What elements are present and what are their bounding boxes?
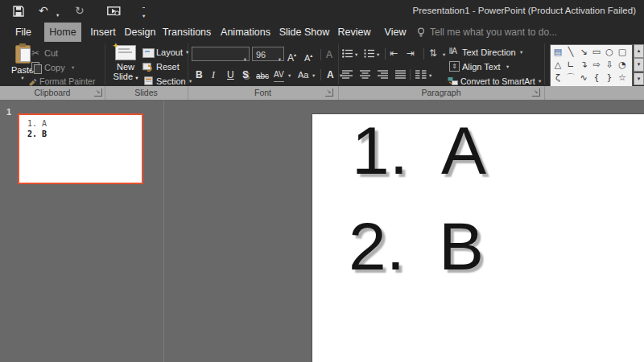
copy-button[interactable]: Copy (44, 61, 65, 74)
slide-list-item-1[interactable]: 1.A (352, 117, 486, 184)
shape-pie-icon[interactable]: ◔ (616, 59, 629, 72)
tab-file[interactable]: File (8, 23, 39, 42)
shape-right-arrow-icon[interactable]: ⇨ (590, 59, 603, 72)
italic-button[interactable]: I (212, 68, 215, 81)
columns-icon[interactable] (415, 70, 427, 79)
section-icon (144, 76, 153, 85)
shape-curve-icon[interactable]: ∿ (577, 72, 590, 84)
character-spacing-caret-icon[interactable]: ▾ (288, 73, 291, 79)
shapes-gallery: ▤ ╲ ↘ ▭ ○ ▢ △ ∟ ↴ ⇨ ⇩ ◔ ζ ⌒ ∿ { } ☆ (550, 44, 633, 87)
shape-text-box-icon[interactable]: ▤ (551, 46, 564, 59)
line-spacing-icon[interactable]: ⇅ (429, 47, 437, 59)
format-painter-icon[interactable] (28, 76, 38, 86)
tab-insert[interactable]: Insert (86, 23, 120, 42)
strip-divider (338, 86, 339, 100)
font-name-combobox[interactable]: ▾ (192, 47, 250, 61)
cut-icon[interactable]: ✂ (31, 47, 39, 59)
start-from-beginning-button[interactable] (107, 6, 121, 17)
shape-line-icon[interactable]: ╲ (564, 46, 577, 59)
shape-elbow-connector-icon[interactable]: ∟ (564, 59, 577, 72)
numbering-caret-icon[interactable]: ▾ (377, 52, 379, 58)
combo-caret-icon[interactable]: ▾ (244, 52, 246, 67)
numbering-icon[interactable] (364, 49, 375, 58)
shapes-more-button[interactable]: ▾ (634, 72, 644, 85)
text-shadow-button[interactable]: S (242, 68, 249, 81)
section-dropdown-caret-icon[interactable]: ▾ (189, 79, 192, 84)
font-size-combobox[interactable]: 96▾ (252, 47, 284, 61)
undo-button[interactable]: ↶ (39, 4, 48, 18)
paragraph-group-label: Paragraph (338, 88, 544, 97)
redo-button[interactable]: ↻ (75, 4, 85, 18)
shapes-scroll-up-button[interactable]: ▴ (634, 44, 644, 58)
shape-line-arrow-icon[interactable]: ↘ (577, 46, 590, 59)
shape-oval-icon[interactable]: ○ (603, 46, 616, 59)
tab-transitions[interactable]: Transitions (160, 23, 213, 42)
increase-indent-icon[interactable]: ⇥ (407, 47, 415, 59)
line-spacing-caret-icon[interactable]: ▾ (443, 52, 445, 58)
convert-smartart-caret-icon[interactable]: ▾ (539, 79, 541, 84)
shrink-font-button[interactable]: A▴ (304, 49, 312, 64)
justify-icon[interactable] (395, 70, 407, 79)
clear-formatting-button[interactable]: A (326, 48, 332, 61)
tab-view[interactable]: View (380, 23, 411, 42)
tab-review[interactable]: Review (335, 23, 374, 42)
tab-animations[interactable]: Animations (218, 23, 273, 42)
copy-icon[interactable] (31, 62, 39, 72)
shape-triangle-icon[interactable]: △ (551, 59, 564, 72)
font-dialog-launcher-icon[interactable]: ↘ (325, 88, 333, 97)
columns-caret-icon[interactable]: ▾ (429, 73, 431, 79)
shapes-scroll-down-button[interactable]: ▾ (634, 58, 644, 72)
undo-dropdown-caret-icon[interactable]: ▾ (56, 9, 59, 23)
paragraph-dialog-launcher-icon[interactable]: ↘ (532, 88, 540, 97)
align-left-icon[interactable] (342, 70, 353, 79)
align-right-icon[interactable] (378, 70, 389, 79)
align-text-caret-icon[interactable]: ▾ (506, 64, 509, 70)
shape-rectangle-icon[interactable]: ▭ (590, 46, 603, 59)
align-text-button[interactable]: Align Text (462, 60, 501, 73)
thumbnail-panel-divider[interactable] (163, 100, 164, 362)
ribbon-group-label-strip: Clipboard Slides Font Paragraph ↘ ↘ ↘ (0, 86, 644, 100)
shape-elbow-arrow-connector-icon[interactable]: ↴ (577, 59, 590, 72)
cut-button[interactable]: Cut (44, 47, 58, 60)
reset-icon (142, 63, 153, 72)
shape-star-icon[interactable]: ☆ (616, 72, 629, 84)
clipboard-dialog-launcher-icon[interactable]: ↘ (94, 88, 102, 97)
change-case-caret-icon[interactable]: ▾ (312, 73, 315, 79)
grow-font-button[interactable]: A▴ (287, 48, 296, 64)
tab-home[interactable]: Home (44, 23, 81, 42)
align-center-icon[interactable] (360, 70, 371, 79)
shape-down-arrow-icon[interactable]: ⇩ (603, 59, 616, 72)
change-case-button[interactable]: Aa (298, 68, 308, 81)
character-spacing-button[interactable]: AV (274, 68, 284, 82)
new-slide-button[interactable]: ✦ New Slide ▾ (108, 45, 143, 83)
layout-button[interactable]: Layout (156, 46, 183, 59)
customize-qat-caret-icon[interactable]: ▾ (142, 7, 145, 23)
reset-button[interactable]: Reset (156, 60, 180, 73)
group-divider (105, 43, 105, 84)
thumbnail-text-line-2: 2. B (27, 129, 142, 139)
shape-scribble-icon[interactable]: ζ (551, 72, 564, 84)
bullets-icon[interactable] (342, 49, 353, 58)
bold-button[interactable]: B (196, 68, 203, 81)
tell-me-box[interactable]: Tell me what you want to do... (430, 23, 557, 42)
decrease-indent-icon[interactable]: ⇤ (390, 47, 398, 59)
shape-arc-icon[interactable]: ⌒ (564, 72, 577, 84)
slide-thumbnail[interactable]: 1. A 2. B (18, 113, 143, 184)
combo-caret-icon[interactable]: ▾ (279, 52, 281, 67)
layout-dropdown-caret-icon[interactable]: ▾ (186, 50, 188, 56)
shape-rounded-rectangle-icon[interactable]: ▢ (616, 46, 629, 59)
slide-list-item-2[interactable]: 2.B (349, 212, 484, 280)
underline-button[interactable]: U (227, 68, 234, 81)
font-color-button[interactable]: A (327, 68, 334, 81)
shape-left-brace-icon[interactable]: { (590, 72, 603, 84)
strikethrough-button[interactable]: abc (256, 70, 269, 83)
text-direction-caret-icon[interactable]: ▾ (520, 50, 522, 56)
tab-design[interactable]: Design (122, 23, 159, 42)
tab-slide-show[interactable]: Slide Show (278, 23, 331, 42)
save-icon[interactable] (13, 6, 24, 17)
shape-right-brace-icon[interactable]: } (603, 72, 616, 84)
copy-dropdown-caret-icon[interactable]: ▾ (72, 65, 74, 71)
bullets-caret-icon[interactable]: ▾ (355, 52, 357, 58)
text-direction-button[interactable]: Text Direction (462, 46, 516, 59)
powerpoint-window: ↶ ▾ ↻ ▾ Presentation1 - PowerPoint (Prod… (0, 0, 644, 362)
